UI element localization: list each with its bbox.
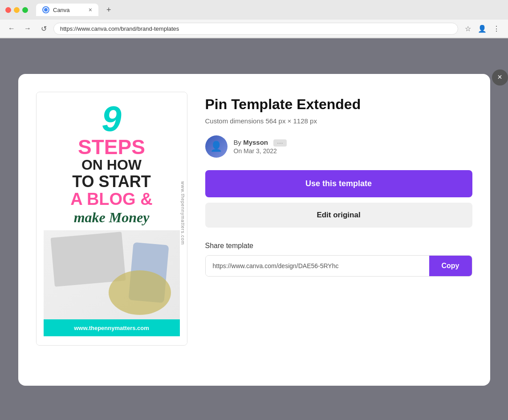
pin-steps: STEPS <box>44 137 180 157</box>
pin-a-blog: A BLOG & <box>44 190 180 209</box>
minimize-window-btn[interactable] <box>14 7 20 13</box>
author-badge: ···· <box>273 139 286 147</box>
page-background: × 9 STEPS ON HOW TO START A BLOG & make … <box>0 38 508 420</box>
pin-image-coins <box>109 270 171 315</box>
profile-btn[interactable]: 👤 <box>476 22 488 35</box>
pin-image-laptop <box>50 232 126 287</box>
pin-make-money: make Money <box>44 209 180 226</box>
browser-toolbar: ← → ↺ ☆ 👤 ⋮ <box>0 20 508 38</box>
tab-close-btn[interactable]: × <box>89 6 92 13</box>
template-preview-card: 9 STEPS ON HOW TO START A BLOG & make Mo… <box>36 92 187 346</box>
toolbar-icons: ☆ 👤 ⋮ <box>462 22 503 35</box>
browser-chrome: Canva × + ← → ↺ ☆ 👤 ⋮ <box>0 0 508 38</box>
pin-watermark-side: www.thepennymatters.com <box>180 181 185 245</box>
tab-label: Canva <box>53 7 70 13</box>
browser-titlebar: Canva × + <box>0 0 508 20</box>
pin-content: 9 STEPS ON HOW TO START A BLOG & make Mo… <box>44 101 180 226</box>
maximize-window-btn[interactable] <box>22 7 28 13</box>
share-url-input[interactable] <box>206 256 429 276</box>
author-date: On Mar 3, 2022 <box>234 147 287 155</box>
close-window-btn[interactable] <box>5 7 11 13</box>
browser-tab[interactable]: Canva × <box>36 4 98 16</box>
pin-footer: www.thepennymatters.com <box>44 319 180 336</box>
traffic-lights <box>5 7 28 13</box>
pin-footer-text: www.thepennymatters.com <box>74 325 149 331</box>
menu-btn[interactable]: ⋮ <box>490 22 503 35</box>
share-input-row: Copy <box>205 255 472 277</box>
refresh-btn[interactable]: ↺ <box>37 22 50 35</box>
edit-original-button[interactable]: Edit original <box>205 203 472 228</box>
pin-number: 9 <box>44 101 180 137</box>
share-label: Share template <box>205 242 472 250</box>
chrome-icon <box>42 6 49 13</box>
template-modal: × 9 STEPS ON HOW TO START A BLOG & make … <box>18 74 490 386</box>
preview-inner: 9 STEPS ON HOW TO START A BLOG & make Mo… <box>37 92 187 346</box>
pin-on-how: ON HOW <box>44 157 180 173</box>
copy-button[interactable]: Copy <box>429 256 472 276</box>
author-section: 👤 By Mysson ···· On Mar 3, 2022 <box>205 135 472 158</box>
use-template-button[interactable]: Use this template <box>205 170 472 197</box>
modal-close-btn[interactable]: × <box>492 69 508 86</box>
author-avatar: 👤 <box>205 135 228 158</box>
forward-btn[interactable]: → <box>21 22 34 35</box>
template-title: Pin Template Extended <box>205 96 472 113</box>
author-details: By Mysson ···· On Mar 3, 2022 <box>234 139 287 155</box>
modal-info: Pin Template Extended Custom dimensions … <box>205 92 472 277</box>
pin-to-start: TO START <box>44 173 180 191</box>
author-name: Mysson <box>243 139 268 146</box>
share-section: Share template Copy <box>205 242 472 277</box>
pin-images <box>44 230 180 319</box>
new-tab-btn[interactable]: + <box>104 4 114 16</box>
address-bar[interactable] <box>53 23 458 35</box>
bookmark-btn[interactable]: ☆ <box>462 22 474 35</box>
template-dimensions: Custom dimensions 564 px × 1128 px <box>205 117 472 125</box>
author-avatar-image: 👤 <box>205 135 228 158</box>
author-by-label: By Mysson ···· <box>234 139 287 147</box>
back-btn[interactable]: ← <box>5 22 18 35</box>
